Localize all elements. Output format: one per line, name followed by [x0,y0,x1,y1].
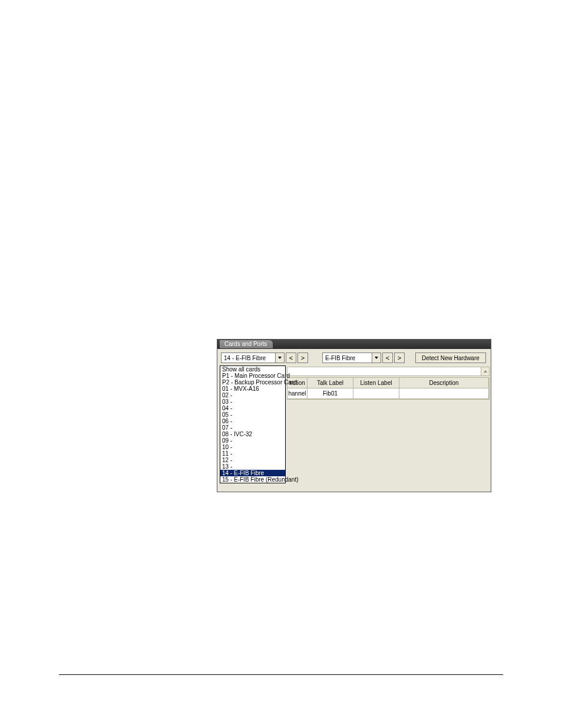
chevron-up-icon[interactable] [481,367,489,375]
table-header: nction Talk Label Listen Label Descripti… [287,378,489,388]
dropdown-item[interactable]: 06 - [220,418,285,424]
dropdown-item[interactable]: 05 - [220,411,285,418]
toolbar: 14 - E-FIB Fibre < > E-FIB Fibre < > Det… [217,349,491,365]
dropdown-item[interactable]: 10 - [220,444,285,450]
dropdown-item[interactable]: P2 - Backup Processor Card [220,379,285,386]
dropdown-item[interactable]: 15 - E-FIB Fibre (Redundant) [220,476,285,483]
cell-description[interactable] [399,388,489,399]
type-prev-button[interactable]: < [382,353,393,363]
content-area: Show all cardsP1 - Main Processor CardP2… [217,365,491,490]
dropdown-item[interactable]: 09 - [220,437,285,444]
dropdown-item[interactable]: P1 - Main Processor Card [220,373,285,379]
dropdown-item[interactable]: 11 - [220,450,285,457]
dropdown-item[interactable]: 08 - IVC-32 [220,431,285,437]
cell-listen-label[interactable] [353,388,399,399]
col-header-description[interactable]: Description [399,378,489,388]
chevron-down-icon[interactable] [372,353,381,363]
type-next-button[interactable]: > [394,353,405,363]
card-select-combo[interactable]: 14 - E-FIB Fibre [221,353,285,363]
card-next-button[interactable]: > [297,353,308,363]
card-prev-button[interactable]: < [286,353,296,363]
dropdown-item[interactable]: 01 - MVX-A16 [220,386,285,392]
cards-and-ports-window: Cards and Ports 14 - E-FIB Fibre < > E-F… [217,339,491,492]
chevron-down-icon[interactable] [275,353,284,363]
tab-cards-and-ports[interactable]: Cards and Ports [220,340,273,348]
card-select-value: 14 - E-FIB Fibre [224,355,266,361]
table-row[interactable]: hannel Fib01 [287,388,489,399]
filter-input-row[interactable] [287,367,490,376]
dropdown-item[interactable]: 04 - [220,405,285,411]
detect-new-hardware-button[interactable]: Detect New Hardware [415,353,486,363]
type-select-value: E-FIB Fibre [325,355,355,361]
dropdown-item[interactable]: 13 - [220,463,285,470]
cell-talk-label[interactable]: Fib01 [308,388,353,399]
dropdown-item[interactable]: 03 - [220,398,285,405]
type-select-combo[interactable]: E-FIB Fibre [322,353,381,363]
cell-function[interactable]: hannel [287,388,308,399]
dropdown-item[interactable]: 02 - [220,392,285,398]
titlebar: Cards and Ports [217,340,491,349]
dropdown-item[interactable]: Show all cards [220,366,285,373]
ports-table: nction Talk Label Listen Label Descripti… [287,377,490,400]
dropdown-item[interactable]: 12 - [220,457,285,463]
card-dropdown-list[interactable]: Show all cardsP1 - Main Processor CardP2… [220,365,286,483]
dropdown-item[interactable]: 14 - E-FIB Fibre [220,470,285,476]
col-header-talk-label[interactable]: Talk Label [308,378,353,388]
dropdown-item[interactable]: 07 - [220,424,285,431]
col-header-listen-label[interactable]: Listen Label [353,378,399,388]
horizontal-rule [59,674,503,675]
